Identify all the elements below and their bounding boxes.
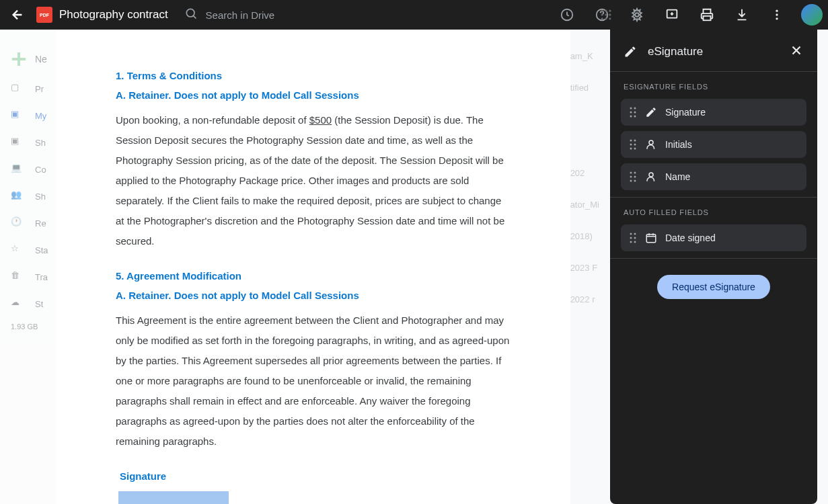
pdf-badge: PDF	[36, 7, 52, 23]
svg-point-41	[634, 237, 636, 239]
sidebar-priority[interactable]: ▢Pr	[0, 75, 61, 102]
field-date-signed[interactable]: Date signed	[621, 224, 806, 251]
new-button[interactable]: Ne	[0, 43, 61, 75]
clock-icon[interactable]	[554, 1, 580, 28]
apps-icon[interactable]	[593, 1, 619, 28]
svg-point-36	[634, 180, 636, 182]
signature-label: Signature	[120, 470, 511, 482]
drag-handle-icon	[629, 232, 637, 244]
divider	[610, 258, 817, 259]
signature-icon	[645, 106, 657, 118]
sidebar-starred[interactable]: ☆Sta	[0, 237, 61, 263]
svg-point-2	[605, 10, 607, 12]
svg-point-7	[601, 17, 603, 19]
paragraph-2: This Agreement is the entire agreement b…	[116, 310, 511, 452]
print-icon[interactable]	[693, 1, 720, 28]
drag-handle-icon	[629, 106, 637, 118]
svg-point-23	[634, 116, 636, 118]
svg-point-1	[601, 10, 603, 12]
sidebar-storage[interactable]: ☁St	[0, 290, 61, 317]
signature-field-box[interactable]	[118, 491, 229, 504]
svg-point-34	[634, 176, 636, 178]
left-sidebar: Ne ▢Pr ▣My ▣Sh 💻Co 👥Sh 🕐Re ☆Sta 🗑Tra ☁St…	[0, 30, 61, 504]
document-title: Photography contract	[59, 8, 168, 22]
pen-icon	[624, 45, 637, 58]
document-preview: 1. Terms & Conditions A. Retainer. Does …	[57, 30, 570, 504]
svg-point-32	[634, 172, 636, 174]
top-bar: PDF Photography contract Search in Drive	[0, 0, 828, 30]
svg-point-30	[649, 140, 653, 144]
svg-point-31	[630, 172, 632, 174]
auto-filled-fields-label: AUTO FILLED FIELDS	[610, 198, 817, 224]
section-1-subtitle: A. Retainer. Does not apply to Model Cal…	[116, 89, 511, 101]
svg-point-33	[630, 176, 632, 178]
field-name[interactable]: Name	[621, 163, 806, 190]
section-5-title: 5. Agreement Modification	[116, 270, 511, 282]
svg-point-26	[630, 144, 632, 146]
svg-point-42	[630, 241, 632, 243]
field-label: Name	[665, 171, 690, 182]
svg-point-8	[605, 17, 607, 19]
field-label: Date signed	[665, 233, 716, 243]
arrow-left-icon	[10, 7, 25, 22]
close-panel-button[interactable]	[789, 43, 804, 60]
calendar-icon	[645, 232, 657, 244]
svg-point-40	[630, 237, 632, 239]
svg-point-16	[776, 13, 778, 15]
storage-used: 1.93 GB	[0, 317, 61, 336]
sidebar-trash[interactable]: 🗑Tra	[0, 263, 61, 290]
drag-handle-icon	[629, 171, 637, 183]
svg-point-6	[609, 13, 611, 15]
svg-point-18	[630, 108, 632, 110]
svg-point-15	[776, 10, 778, 12]
svg-point-4	[601, 13, 603, 15]
section-1-title: 1. Terms & Conditions	[116, 70, 511, 81]
svg-point-38	[630, 233, 632, 235]
field-signature[interactable]: Signature	[621, 99, 806, 126]
sidebar-shared[interactable]: 👥Sh	[0, 183, 61, 210]
panel-header: eSignature	[610, 30, 817, 71]
svg-point-29	[634, 148, 636, 150]
svg-point-19	[634, 108, 636, 110]
svg-point-39	[634, 233, 636, 235]
esignature-panel: eSignature ESIGNATURE FIELDS Signature I…	[610, 30, 817, 504]
person-icon	[645, 171, 657, 183]
person-icon	[645, 138, 657, 151]
svg-point-22	[630, 116, 632, 118]
avatar[interactable]	[801, 4, 823, 26]
add-comment-icon[interactable]	[658, 1, 685, 28]
sidebar-computers[interactable]: 💻Co	[0, 156, 61, 183]
download-icon[interactable]	[728, 1, 755, 28]
svg-point-27	[634, 144, 636, 146]
svg-point-20	[630, 112, 632, 114]
svg-point-9	[609, 17, 611, 19]
svg-point-3	[609, 10, 611, 12]
svg-point-24	[630, 140, 632, 142]
svg-point-35	[630, 180, 632, 182]
svg-point-37	[649, 173, 653, 177]
settings-icon[interactable]	[624, 1, 650, 28]
field-initials[interactable]: Initials	[621, 131, 806, 158]
more-icon[interactable]	[763, 1, 790, 28]
esignature-fields-label: ESIGNATURE FIELDS	[610, 72, 817, 99]
svg-point-17	[776, 17, 778, 19]
svg-point-28	[630, 148, 632, 150]
svg-point-5	[605, 13, 607, 15]
sidebar-mydrive[interactable]: ▣My	[0, 102, 61, 129]
field-label: Initials	[665, 139, 692, 150]
search-area[interactable]: Search in Drive	[184, 7, 275, 23]
svg-point-0	[186, 9, 194, 17]
paragraph-1: Upon booking, a non-refundable deposit o…	[116, 110, 511, 251]
svg-point-12	[635, 13, 639, 17]
sidebar-recent[interactable]: 🕐Re	[0, 210, 61, 237]
svg-point-25	[634, 140, 636, 142]
svg-rect-14	[704, 16, 711, 20]
search-icon	[184, 7, 198, 23]
svg-point-43	[634, 241, 636, 243]
request-esignature-button[interactable]: Request eSignature	[657, 275, 770, 299]
sidebar-shared-drives[interactable]: ▣Sh	[0, 129, 61, 156]
back-button[interactable]	[5, 3, 30, 27]
panel-title: eSignature	[648, 45, 778, 58]
section-5-subtitle: A. Retainer. Does not apply to Model Cal…	[116, 290, 511, 301]
close-icon	[789, 43, 804, 58]
